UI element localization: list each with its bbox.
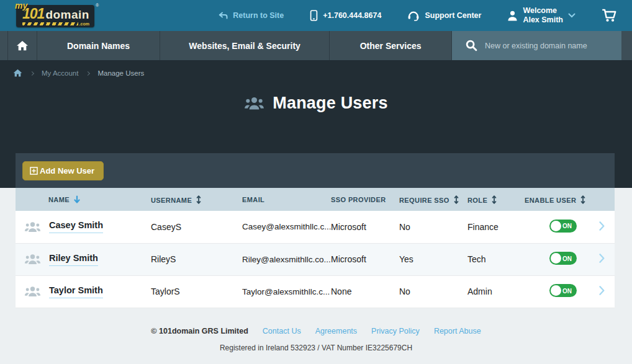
email-cell: Casey@alexsmithllc.c... xyxy=(227,211,315,243)
welcome-username: Alex Smith xyxy=(523,16,563,25)
email-cell: Taylor@alexsmithllc.c... xyxy=(227,275,315,308)
domain-search-input[interactable] xyxy=(485,42,621,50)
toggle-knob xyxy=(551,221,561,231)
toggle-state-label: ON xyxy=(562,255,572,262)
toggle-state-label: ON xyxy=(562,287,572,294)
101domain-logo[interactable]: my 101 domain .com ® xyxy=(16,5,99,27)
page-title: Manage Users xyxy=(0,94,632,113)
logo-com-text: .com xyxy=(78,22,89,26)
username-cell: RileyS xyxy=(135,243,227,275)
footer-link-privacy-policy[interactable]: Privacy Policy xyxy=(371,327,420,335)
sort-updown-icon xyxy=(454,195,459,204)
users-group-icon xyxy=(24,254,41,265)
nav-item-other-services[interactable]: Other Services xyxy=(330,31,452,60)
breadcrumb-home-icon[interactable] xyxy=(13,69,22,77)
table-row[interactable]: Riley Smith RileyS Riley@alexsmithllc.co… xyxy=(16,243,615,275)
main-nav: Domain Names Websites, Email & Security … xyxy=(0,31,632,60)
logo-stripes xyxy=(22,22,84,25)
column-header-actions xyxy=(599,188,615,211)
users-group-icon xyxy=(24,286,41,297)
users-table: NAME USERNAME EMAIL SSO PROVIDER REQUIRE… xyxy=(16,188,615,308)
footer-link-contact-us[interactable]: Contact Us xyxy=(263,327,301,335)
username-cell: TaylorS xyxy=(135,275,227,308)
table-row[interactable]: Casey Smith CaseyS Casey@alexsmithllc.c.… xyxy=(16,211,615,243)
nav-item-websites-email-security[interactable]: Websites, Email & Security xyxy=(160,31,330,60)
add-new-user-button[interactable]: Add New User xyxy=(22,161,104,180)
user-name-link[interactable]: Casey Smith xyxy=(49,220,103,233)
plus-square-icon xyxy=(30,167,38,175)
support-center-link[interactable]: Support Center xyxy=(407,11,481,21)
breadcrumb-separator xyxy=(86,71,90,75)
enable-user-toggle[interactable]: ON xyxy=(549,220,577,233)
require-sso-cell: No xyxy=(384,211,452,243)
welcome-label: Welcome xyxy=(523,6,563,16)
enable-user-toggle[interactable]: ON xyxy=(549,284,577,297)
column-header-role[interactable]: ROLE xyxy=(452,188,509,211)
top-bar: my 101 domain .com ® Return to Site +1.7… xyxy=(0,0,632,31)
breadcrumb: My Account Manage Users xyxy=(0,60,632,77)
copyright-text: © 101domain GRS Limited xyxy=(151,327,248,335)
footer-link-report-abuse[interactable]: Report Abuse xyxy=(434,327,481,335)
account-menu[interactable]: Welcome Alex Smith xyxy=(507,6,576,25)
username-cell: CaseyS xyxy=(135,211,227,243)
column-header-name[interactable]: NAME xyxy=(16,188,135,211)
return-arrow-icon xyxy=(219,12,228,19)
return-to-site-label: Return to Site xyxy=(233,11,284,20)
hero-section: My Account Manage Users Manage Users Add… xyxy=(0,60,632,188)
require-sso-cell: No xyxy=(384,275,452,308)
table-header-row: NAME USERNAME EMAIL SSO PROVIDER REQUIRE… xyxy=(16,188,615,211)
breadcrumb-separator xyxy=(30,71,34,75)
column-header-sso-provider: SSO PROVIDER xyxy=(315,188,384,211)
chevron-right-icon[interactable] xyxy=(599,286,605,295)
logo-my-text: my xyxy=(15,1,27,11)
enable-user-toggle[interactable]: ON xyxy=(549,252,577,265)
column-header-require-sso[interactable]: REQUIRE SSO xyxy=(384,188,452,211)
search-icon xyxy=(466,40,477,51)
user-name-link[interactable]: Taylor Smith xyxy=(49,285,103,298)
chevron-right-icon[interactable] xyxy=(599,221,605,231)
table-row[interactable]: Taylor Smith TaylorS Taylor@alexsmithllc… xyxy=(16,275,615,308)
page-title-text: Manage Users xyxy=(273,94,387,113)
nav-item-domain-names[interactable]: Domain Names xyxy=(37,31,160,60)
logo-domain-text: domain xyxy=(45,9,89,20)
phone-link[interactable]: +1.760.444.8674 xyxy=(310,10,381,21)
footer: © 101domain GRS Limited Contact Us Agree… xyxy=(0,327,632,352)
sort-updown-icon xyxy=(196,195,201,204)
user-name-link[interactable]: Riley Smith xyxy=(49,253,98,266)
footer-link-agreements[interactable]: Agreements xyxy=(315,327,357,335)
toggle-knob xyxy=(551,253,561,264)
email-cell: Riley@alexsmithllc.co... xyxy=(227,243,315,275)
column-header-enable-user[interactable]: ENABLE USER xyxy=(509,188,599,211)
role-cell: Finance xyxy=(452,211,509,243)
chevron-down-icon xyxy=(568,13,576,18)
table-toolbar: Add New User xyxy=(16,153,615,188)
phone-icon xyxy=(310,10,318,21)
user-icon xyxy=(507,11,518,21)
breadcrumb-my-account[interactable]: My Account xyxy=(42,69,78,77)
chevron-right-icon[interactable] xyxy=(599,254,605,263)
toggle-state-label: ON xyxy=(562,223,572,229)
sort-down-icon xyxy=(74,195,80,203)
role-cell: Admin xyxy=(452,275,509,308)
cart-icon[interactable] xyxy=(602,9,617,22)
registration-text: Registered in Ireland 532923 / VAT Numbe… xyxy=(220,344,412,352)
support-center-label: Support Center xyxy=(425,11,481,20)
sort-updown-icon xyxy=(580,195,585,204)
role-cell: Tech xyxy=(452,243,509,275)
column-header-email: EMAIL xyxy=(227,188,315,211)
phone-number: +1.760.444.8674 xyxy=(323,11,381,20)
return-to-site-link[interactable]: Return to Site xyxy=(219,11,284,20)
home-icon xyxy=(16,40,29,51)
users-group-icon xyxy=(24,221,41,233)
column-header-username[interactable]: USERNAME xyxy=(135,188,227,211)
headset-icon xyxy=(407,11,420,21)
add-new-user-label: Add New User xyxy=(40,166,94,175)
require-sso-cell: Yes xyxy=(384,243,452,275)
breadcrumb-manage-users: Manage Users xyxy=(97,69,144,77)
sort-updown-icon xyxy=(492,195,497,204)
logo-registered-mark: ® xyxy=(96,3,99,7)
logo-box: 101 domain .com xyxy=(16,5,94,27)
nav-home-button[interactable] xyxy=(7,31,37,60)
domain-search-box xyxy=(452,31,621,60)
toggle-knob xyxy=(551,285,561,296)
